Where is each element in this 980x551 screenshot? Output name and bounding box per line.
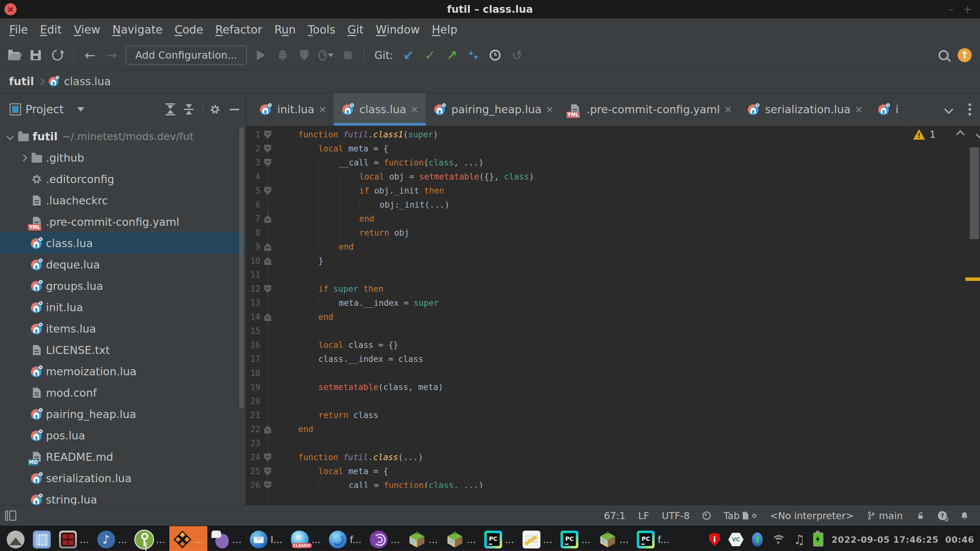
tool-window-switcher-icon[interactable] xyxy=(5,511,17,521)
file-encoding[interactable]: UTF-8 xyxy=(662,510,690,521)
fold-marker-icon[interactable] xyxy=(264,187,271,195)
fold-marker-icon[interactable] xyxy=(264,215,271,223)
menu-item-file[interactable]: File xyxy=(3,23,34,36)
taskbar-item-pycharm[interactable]: PC... xyxy=(480,526,519,551)
taskbar-item-terminal[interactable]: ... xyxy=(55,526,93,551)
tab-i[interactable]: i xyxy=(870,93,905,125)
taskbar-item-xapp[interactable]: ... xyxy=(169,526,208,551)
taskbar-item-wacup[interactable]: CLASSIC... xyxy=(287,526,325,551)
save-all-button[interactable] xyxy=(28,48,43,63)
tree-item[interactable]: memoization.lua xyxy=(0,360,246,382)
fold-marker-icon[interactable] xyxy=(264,481,271,488)
tree-item[interactable]: YML.pre-commit-config.yaml xyxy=(0,211,246,232)
stop-button[interactable] xyxy=(340,48,355,63)
settings-gear-icon[interactable] xyxy=(209,104,221,115)
fold-marker-icon[interactable] xyxy=(264,285,271,293)
notifications-button[interactable] xyxy=(959,511,969,520)
window-maximize-button[interactable]: + xyxy=(963,3,972,15)
fold-marker-icon[interactable] xyxy=(264,131,271,139)
project-tree-scrollbar[interactable] xyxy=(239,127,244,408)
git-rollback-button[interactable]: ↺ xyxy=(509,48,525,63)
taskbar-item-files[interactable] xyxy=(29,526,55,551)
fold-marker-icon[interactable] xyxy=(264,145,271,153)
fold-marker-icon[interactable] xyxy=(264,453,271,461)
fold-marker-icon[interactable] xyxy=(264,313,271,321)
close-icon[interactable]: × xyxy=(546,105,554,114)
warning-stripe-mark[interactable] xyxy=(965,278,980,281)
close-icon[interactable]: × xyxy=(410,105,418,114)
chevron-down-icon[interactable] xyxy=(5,134,16,139)
tree-item[interactable]: .editorconfig xyxy=(0,168,246,190)
wifi-tray-icon[interactable] xyxy=(771,534,785,545)
tray-clock[interactable]: 2022-09-05 17:46:25 00:46 xyxy=(832,535,974,545)
git-merge-button[interactable] xyxy=(466,48,481,63)
debug-button[interactable] xyxy=(275,48,290,63)
taskbar-item-minetest[interactable]: ... xyxy=(595,526,633,551)
taskbar-item-minetest[interactable]: ... xyxy=(404,526,442,551)
inspections-profile-button[interactable]: ? xyxy=(938,511,947,520)
coverage-button[interactable] xyxy=(297,48,312,63)
tree-item[interactable]: .luacheckrc xyxy=(0,190,246,211)
menu-item-refactor[interactable]: Refactor xyxy=(209,23,268,36)
previous-problem-chevron-icon[interactable] xyxy=(956,130,965,139)
close-icon[interactable]: × xyxy=(854,105,862,114)
tab-init.lua[interactable]: init.lua× xyxy=(251,93,334,125)
add-configuration-button[interactable]: Add Configuration... xyxy=(126,46,247,65)
tree-item[interactable]: mod.conf xyxy=(0,382,246,403)
git-update-button[interactable]: ↙ xyxy=(401,48,416,63)
tree-item[interactable]: LICENSE.txt xyxy=(0,339,246,360)
indent-style[interactable]: Tab xyxy=(724,510,757,521)
fold-marker-icon[interactable] xyxy=(264,243,271,251)
taskbar-item-music[interactable]: ♪... xyxy=(93,526,131,551)
fold-marker-icon[interactable] xyxy=(264,257,271,265)
tree-item[interactable]: .github xyxy=(0,147,246,168)
tree-item[interactable]: items.lua xyxy=(0,318,246,339)
chevron-down-icon[interactable] xyxy=(77,107,84,111)
close-icon[interactable]: × xyxy=(318,105,326,114)
profiler-button[interactable] xyxy=(318,48,334,63)
write-access-button[interactable] xyxy=(916,511,925,520)
taskbar-item-pycharm[interactable]: PC... xyxy=(556,526,595,551)
search-everywhere-button[interactable] xyxy=(936,48,951,63)
menu-item-edit[interactable]: Edit xyxy=(34,23,68,36)
menu-item-code[interactable]: Code xyxy=(169,23,209,36)
tree-item-root[interactable]: futil~/.minetest/mods.dev/fut xyxy=(0,125,246,147)
menu-item-view[interactable]: View xyxy=(68,23,106,36)
warning-triangle-icon[interactable]: ! xyxy=(913,129,925,140)
tab-serialization.lua[interactable]: serialization.lua× xyxy=(739,93,870,125)
menu-item-tools[interactable]: Tools xyxy=(302,23,341,36)
tree-item[interactable]: pairing_heap.lua xyxy=(0,403,246,425)
breadcrumb-project[interactable]: futil xyxy=(9,75,34,88)
taskbar-item-thunderbird[interactable]: I... xyxy=(246,526,286,551)
interpreter-selector[interactable]: <No interpreter> xyxy=(770,510,854,521)
taskbar-item-pidgin[interactable]: ... xyxy=(207,526,246,551)
bluetooth-tray-icon[interactable] xyxy=(752,532,763,546)
collapse-all-button[interactable] xyxy=(182,104,196,114)
ide-update-button[interactable]: ↑ xyxy=(958,48,972,62)
run-button[interactable] xyxy=(253,48,269,63)
tab-class.lua[interactable]: class.lua× xyxy=(334,93,426,125)
hidden-tabs-chevron-icon[interactable] xyxy=(944,105,953,114)
taskbar-item-keepass[interactable]: ... xyxy=(131,526,169,551)
taskbar-item-firefox[interactable]: f... xyxy=(325,526,366,551)
hide-panel-button[interactable] xyxy=(230,109,239,110)
tree-item[interactable]: serialization.lua xyxy=(0,467,246,489)
tab-options-icon[interactable] xyxy=(969,103,971,116)
taskbar-item-notes[interactable]: ... xyxy=(519,526,557,551)
expand-all-button[interactable] xyxy=(163,103,177,116)
fold-marker-icon[interactable] xyxy=(264,467,271,475)
fold-marker-icon[interactable] xyxy=(264,159,271,167)
sync-button[interactable] xyxy=(50,48,65,63)
editor-scrollbar[interactable] xyxy=(970,147,979,239)
project-panel-title[interactable]: Project xyxy=(25,103,64,116)
fold-marker-icon[interactable] xyxy=(264,426,271,433)
tree-item[interactable]: deque.lua xyxy=(0,254,246,275)
menu-item-navigate[interactable]: Navigate xyxy=(106,23,169,36)
window-minimize-button[interactable]: – xyxy=(948,3,953,15)
taskbar-item-pycharm[interactable]: PCf... xyxy=(633,526,673,551)
taskbar-item-menu[interactable] xyxy=(3,526,29,551)
caret-position[interactable]: 67:1 xyxy=(604,510,625,521)
back-button[interactable]: ← xyxy=(82,48,98,63)
warning-count[interactable]: 1 xyxy=(930,129,935,140)
git-commit-button[interactable]: ✓ xyxy=(422,48,438,63)
